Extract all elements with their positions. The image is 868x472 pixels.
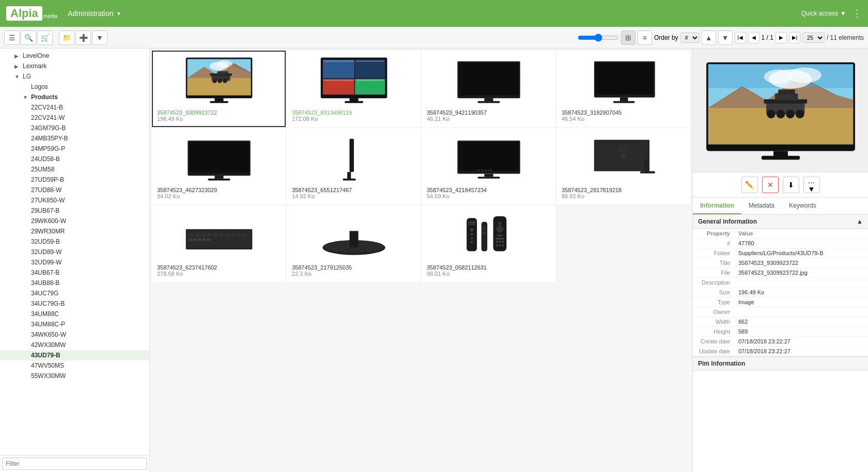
- sidebar-item-24gm79g-b[interactable]: 24GM79G-B: [0, 123, 149, 133]
- sidebar-item-22cv241-w[interactable]: 22CV241-W: [0, 113, 149, 123]
- sidebar-item-42wx30mw[interactable]: 42WX30MW: [0, 340, 149, 350]
- admin-menu[interactable]: Administration ▼: [68, 9, 121, 18]
- svg-rect-60: [195, 233, 200, 237]
- prev-page-button[interactable]: ◀: [748, 32, 760, 43]
- sidebar-item-products[interactable]: ▼ Products: [0, 92, 149, 102]
- sidebar-item-34uc79g[interactable]: 34UC79G: [0, 288, 149, 298]
- sidebar-item-34um88c-p[interactable]: 34UM88C-P: [0, 319, 149, 329]
- svg-rect-37: [214, 176, 223, 179]
- upload-button[interactable]: 📁: [59, 30, 74, 45]
- sidebar-item-43ud79-b[interactable]: 43UD79-B: [0, 350, 149, 360]
- image-tile-11[interactable]: 35874523_0582112631 98.01 Ko: [422, 206, 555, 282]
- tile-info-6: 35874523_6551217467 14.92 Ko: [292, 187, 415, 199]
- image-tile-3[interactable]: 35874523_9421190357 46.21 Ko: [422, 51, 555, 127]
- collapse-icon[interactable]: ▲: [857, 218, 863, 225]
- sidebar-item-levelone[interactable]: ▶ LevelOne: [0, 51, 149, 61]
- admin-dropdown-arrow: ▼: [116, 11, 121, 17]
- tile-img-area-9: [157, 211, 281, 262]
- svg-rect-69: [189, 239, 192, 241]
- sidebar-item-24mp59g-p[interactable]: 24MP59G-P: [0, 144, 149, 154]
- order-by-select[interactable]: #: [680, 33, 700, 43]
- property-value: [734, 307, 868, 317]
- tile-name-5: 35874523_4627323029: [157, 187, 281, 193]
- sidebar-item-47wv50ms[interactable]: 47WV50MS: [0, 360, 149, 371]
- edit-button[interactable]: ✏️: [741, 177, 758, 193]
- sidebar-item-27ud88-w[interactable]: 27UD88-W: [0, 185, 149, 195]
- sort-desc-button[interactable]: ▼: [718, 30, 733, 45]
- image-tile-7[interactable]: 35874523_4218457234 54.59 Ko: [422, 128, 555, 204]
- dots-menu-button[interactable]: ⋮: [853, 8, 862, 19]
- sidebar-item-34wk650-w[interactable]: 34WK650-W: [0, 329, 149, 340]
- grid-view-button[interactable]: ⊞: [621, 30, 636, 45]
- download-button[interactable]: ⬇: [783, 177, 799, 193]
- image-tile-8[interactable]: 35874523_2817819218 86.92 Ko: [556, 128, 690, 204]
- image-tile-6[interactable]: 35874523_6551217467 14.92 Ko: [287, 128, 421, 204]
- more-button[interactable]: … ▼: [803, 177, 820, 193]
- sidebar-item-55wx30mw[interactable]: 55WX30MW: [0, 371, 149, 381]
- sidebar-item-27ud59p-b[interactable]: 27UD59P-B: [0, 175, 149, 185]
- sidebar-item-32ud59-b[interactable]: 32UD59-B: [0, 237, 149, 247]
- sidebar-item-24ud58-b[interactable]: 24UD58-B: [0, 154, 149, 164]
- sidebar-item-32ud99-w[interactable]: 32UD99-W: [0, 257, 149, 268]
- image-tile-5[interactable]: 35874523_4627323029 34.02 Ko: [152, 128, 286, 204]
- sidebar-item-label: 34UC79G-B: [31, 300, 65, 307]
- zoom-slider[interactable]: [578, 34, 619, 42]
- info-section-header: General information ▲: [693, 215, 868, 229]
- list-view-button[interactable]: ≡: [638, 30, 652, 45]
- sidebar-item-lexmark[interactable]: ▶ Lexmark: [0, 61, 149, 71]
- sidebar-item-label: 24UD58-B: [31, 155, 60, 163]
- image-tile-1[interactable]: 35874523_9309923722 196.49 Ko: [152, 51, 286, 127]
- top-nav: Alpia media Administration ▼ Quick acces…: [0, 0, 868, 27]
- sidebar-item-lg[interactable]: ▼ LG: [0, 71, 149, 82]
- tile-info-10: 35874523_2179125035 22.3 Ko: [292, 264, 415, 277]
- svg-rect-67: [237, 233, 241, 237]
- property-label: Create date: [693, 337, 734, 347]
- sidebar-item-34ub67-b[interactable]: 34UB67-B: [0, 268, 149, 278]
- cart-button[interactable]: 🛒: [37, 30, 53, 45]
- tab-keywords[interactable]: Keywords: [782, 198, 824, 214]
- tab-information[interactable]: Information: [693, 198, 741, 214]
- add-button[interactable]: ➕: [75, 30, 91, 45]
- quick-access-arrow: ▼: [840, 10, 846, 17]
- image-tile-9[interactable]: 35874523_6237417602 278.58 Ko: [152, 206, 286, 282]
- menu-button[interactable]: ☰: [4, 30, 20, 45]
- next-page-button[interactable]: ▶: [776, 32, 787, 43]
- search-button[interactable]: 🔍: [21, 30, 36, 45]
- preview-area: [693, 49, 868, 172]
- sidebar-item-29ub67-b[interactable]: 29UB67-B: [0, 206, 149, 216]
- tile-info-3: 35874523_9421190357 46.21 Ko: [427, 109, 550, 122]
- sidebar-item-22cv241-b[interactable]: 22CV241-B: [0, 102, 149, 113]
- tab-metadata[interactable]: Metadata: [741, 198, 782, 214]
- sidebar-item-34uc79g-b[interactable]: 34UC79G-B: [0, 298, 149, 309]
- right-panel: ✏️ ✕ ⬇ … ▼ Information Metadata Keywords…: [692, 49, 868, 472]
- sidebar-filter-input[interactable]: [2, 458, 147, 470]
- sidebar-item-29wk600-w[interactable]: 29WK600-W: [0, 216, 149, 226]
- sidebar-item-34ub88-b[interactable]: 34UB88-B: [0, 278, 149, 288]
- svg-rect-18: [355, 60, 385, 78]
- svg-rect-72: [203, 239, 206, 241]
- sidebar-item-27uk850-w[interactable]: 27UK850-W: [0, 195, 149, 206]
- sidebar-item-32ud89-w[interactable]: 32UD89-W: [0, 247, 149, 257]
- tile-name-11: 35874523_0582112631: [427, 264, 550, 271]
- sidebar-tree: ▶ LevelOne ▶ Lexmark ▼ LG Logos ▼ Produc…: [0, 49, 149, 455]
- sidebar-item-25um58[interactable]: 25UM58: [0, 164, 149, 175]
- sidebar-item-34um88c[interactable]: 34UM88C: [0, 309, 149, 319]
- last-page-button[interactable]: ▶|: [789, 32, 800, 43]
- image-tile-2[interactable]: 35874523_8313498119 172.08 Ko: [287, 51, 421, 127]
- sidebar-item-29wr30mr[interactable]: 29WR30MR: [0, 226, 149, 237]
- sidebar-item-24mb35py-b[interactable]: 24MB35PY-B: [0, 133, 149, 144]
- image-tile-10[interactable]: 35874523_2179125035 22.3 Ko: [287, 206, 421, 282]
- quick-access-button[interactable]: Quick access ▼: [801, 10, 846, 17]
- monitor-image-10: [313, 211, 395, 262]
- logo[interactable]: Alpia media: [6, 6, 57, 21]
- page-size-select[interactable]: 25: [802, 33, 825, 43]
- svg-rect-14: [210, 101, 228, 103]
- filter-button[interactable]: ▼: [92, 30, 107, 45]
- delete-button[interactable]: ✕: [762, 177, 779, 193]
- sidebar-item-logos[interactable]: Logos: [0, 82, 149, 92]
- svg-point-54: [621, 152, 626, 158]
- first-page-button[interactable]: |◀: [735, 32, 746, 43]
- image-tile-4[interactable]: 35874523_3192907045 46.54 Ko: [556, 51, 690, 127]
- sidebar-item-label: 24MP59G-P: [31, 145, 65, 152]
- sort-asc-button[interactable]: ▲: [702, 30, 716, 45]
